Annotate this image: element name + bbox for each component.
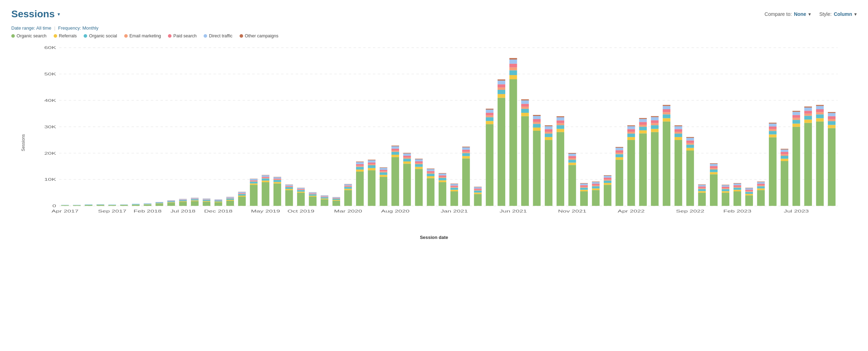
bar-2-0[interactable] [85, 205, 92, 206]
bar-46-0[interactable] [604, 185, 611, 206]
bar-19-6[interactable] [285, 185, 293, 185]
bar-41-1[interactable] [545, 137, 553, 140]
bar-30-2[interactable] [415, 164, 423, 167]
bar-57-1[interactable] [734, 190, 741, 191]
bar-44-5[interactable] [580, 184, 588, 185]
bar-13-2[interactable] [215, 201, 222, 202]
bar-29-3[interactable] [403, 158, 411, 159]
bar-37-3[interactable] [498, 87, 505, 90]
bar-53-1[interactable] [686, 148, 694, 150]
bar-26-2[interactable] [368, 165, 376, 168]
bar-2-2[interactable] [85, 204, 92, 205]
bar-56-1[interactable] [722, 191, 729, 192]
bar-0-0[interactable] [61, 205, 69, 206]
bar-36-5[interactable] [486, 110, 494, 113]
bar-8-0[interactable] [156, 204, 163, 206]
bar-24-6[interactable] [344, 184, 352, 184]
bar-62-1[interactable] [792, 124, 800, 127]
bar-51-5[interactable] [663, 106, 670, 109]
bar-49-3[interactable] [639, 125, 647, 127]
bar-39-3[interactable] [521, 107, 529, 109]
bar-39-5[interactable] [521, 100, 529, 104]
bar-39-6[interactable] [521, 99, 529, 100]
bar-42-2[interactable] [556, 125, 564, 129]
bar-51-4[interactable] [663, 109, 670, 112]
bar-59-2[interactable] [757, 186, 765, 189]
bar-23-1[interactable] [332, 200, 340, 201]
bar-53-5[interactable] [686, 138, 694, 140]
bar-16-3[interactable] [250, 181, 258, 181]
bar-57-6[interactable] [734, 183, 741, 184]
legend-item-paid_search[interactable]: Paid search [168, 33, 197, 38]
bar-54-2[interactable] [698, 189, 706, 191]
bar-34-4[interactable] [462, 150, 470, 152]
bar-18-0[interactable] [273, 184, 281, 206]
bar-47-4[interactable] [616, 150, 623, 153]
bar-48-3[interactable] [627, 132, 635, 134]
bar-34-0[interactable] [462, 158, 470, 206]
bar-12-5[interactable] [203, 199, 211, 199]
style-value[interactable]: Column [834, 11, 852, 17]
bar-35-6[interactable] [474, 187, 482, 187]
bar-45-1[interactable] [592, 189, 600, 190]
bar-7-1[interactable] [144, 204, 151, 205]
title-dropdown-icon[interactable]: ▾ [58, 11, 60, 17]
bar-63-6[interactable] [804, 106, 812, 107]
bar-20-2[interactable] [297, 190, 305, 191]
bar-57-5[interactable] [734, 184, 741, 185]
bar-23-4[interactable] [332, 198, 340, 198]
bar-56-6[interactable] [722, 185, 729, 185]
bar-41-2[interactable] [545, 134, 553, 137]
bar-54-3[interactable] [698, 188, 706, 189]
bar-1-0[interactable] [73, 205, 81, 206]
bar-33-4[interactable] [451, 186, 458, 187]
bar-58-3[interactable] [745, 191, 753, 192]
bar-52-2[interactable] [675, 134, 682, 137]
bar-64-4[interactable] [816, 109, 824, 112]
bar-57-4[interactable] [734, 185, 741, 186]
bar-33-1[interactable] [451, 190, 458, 191]
bar-31-3[interactable] [427, 173, 435, 174]
bar-47-6[interactable] [616, 147, 623, 148]
bar-35-5[interactable] [474, 187, 482, 189]
bar-6-5[interactable] [132, 204, 140, 204]
bar-12-2[interactable] [203, 200, 211, 201]
bar-46-4[interactable] [604, 178, 611, 179]
bar-45-3[interactable] [592, 185, 600, 186]
bar-65-4[interactable] [828, 116, 836, 119]
bar-11-4[interactable] [191, 199, 199, 199]
bar-3-2[interactable] [97, 204, 104, 205]
bar-65-6[interactable] [828, 112, 836, 113]
bar-15-2[interactable] [238, 194, 246, 196]
bar-48-6[interactable] [627, 125, 635, 127]
bar-18-1[interactable] [273, 182, 281, 183]
bar-42-5[interactable] [556, 117, 564, 121]
bar-45-2[interactable] [592, 186, 600, 189]
bar-45-6[interactable] [592, 181, 600, 182]
bar-19-1[interactable] [285, 189, 293, 190]
bar-9-4[interactable] [167, 201, 175, 201]
bar-61-1[interactable] [781, 159, 789, 161]
bar-55-4[interactable] [710, 166, 718, 168]
bar-25-2[interactable] [356, 167, 364, 169]
bar-25-1[interactable] [356, 170, 364, 172]
bar-11-0[interactable] [191, 201, 199, 206]
bar-9-1[interactable] [167, 202, 175, 203]
bar-19-0[interactable] [285, 190, 293, 206]
bar-15-4[interactable] [238, 193, 246, 193]
bar-18-3[interactable] [273, 179, 281, 180]
bar-50-0[interactable] [651, 132, 659, 206]
bar-52-0[interactable] [675, 140, 682, 206]
bar-35-4[interactable] [474, 189, 482, 190]
bar-58-0[interactable] [745, 195, 753, 206]
bar-45-5[interactable] [592, 182, 600, 184]
bar-24-5[interactable] [344, 184, 352, 186]
bar-28-3[interactable] [391, 150, 399, 152]
style-dropdown-icon[interactable]: ▾ [854, 11, 857, 17]
bar-58-4[interactable] [745, 190, 753, 191]
bar-44-0[interactable] [580, 191, 588, 206]
bar-40-5[interactable] [533, 116, 541, 119]
bar-38-6[interactable] [510, 58, 517, 60]
bar-21-3[interactable] [309, 194, 317, 194]
bar-62-6[interactable] [792, 111, 800, 112]
